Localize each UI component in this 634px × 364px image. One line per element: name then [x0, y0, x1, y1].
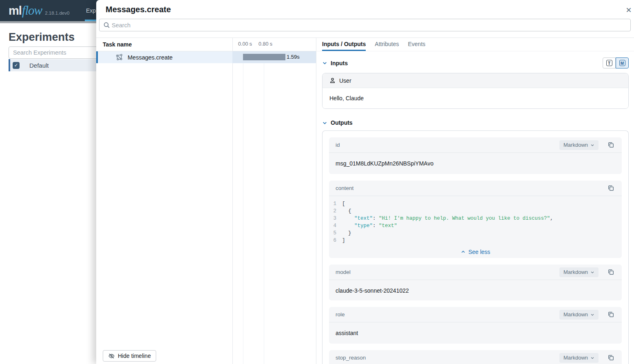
timeline-tick-1: 0.80 s — [258, 41, 272, 47]
tab-events[interactable]: Events — [408, 38, 425, 51]
timeline-tick-0: 0.00 s — [238, 41, 252, 47]
field-header: model Markdown — [329, 265, 622, 280]
renderer-select[interactable]: Markdown — [559, 140, 599, 150]
trace-search-wrap — [96, 19, 634, 38]
chevron-down-icon[interactable] — [322, 60, 327, 66]
text-mode-button[interactable]: T — [603, 57, 616, 68]
detail-scroll-area[interactable]: Inputs T M User Hello, Claude — [316, 51, 634, 364]
experiment-label: Default — [29, 62, 49, 69]
field-value: msg_01M8LdKUZpMn26NBSpiYMAvo — [329, 153, 622, 174]
span-name: Messages.create — [128, 54, 172, 61]
task-name-column-header: Task name — [103, 41, 132, 48]
render-mode-toggle: T M — [603, 57, 629, 68]
timeline-column-divider — [232, 38, 233, 364]
renderer-select[interactable]: Markdown — [559, 353, 599, 363]
field-header: stop_reason Markdown — [329, 350, 622, 364]
renderer-label: Markdown — [563, 311, 588, 318]
output-field-stop-reason: stop_reason Markdown — [329, 350, 622, 364]
outputs-card: id Markdown msg_01M8LdKUZpMn26NBSpiYMAvo… — [322, 130, 629, 364]
field-value: claude-3-5-sonnet-20241022 — [329, 280, 622, 300]
hide-timeline-button[interactable]: Hide timeline — [103, 350, 156, 362]
see-less-label: See less — [468, 249, 490, 255]
chevron-down-icon — [590, 143, 594, 147]
trace-drawer: Messages.create ✕ Task name 0.00 s 0.80 … — [96, 0, 634, 364]
copy-icon[interactable] — [605, 141, 617, 148]
tab-inputs-outputs[interactable]: Inputs / Outputs — [322, 38, 366, 51]
trace-title: Messages.create — [106, 5, 171, 14]
outputs-section-label: Outputs — [331, 119, 353, 126]
timeline-gridline — [243, 51, 243, 364]
see-less-link[interactable]: See less — [329, 246, 622, 258]
field-name: role — [336, 311, 345, 318]
text-mode-icon: T — [606, 60, 612, 66]
trace-search-input[interactable] — [99, 19, 631, 31]
nav-tab-experiments[interactable]: Exp — [86, 0, 96, 21]
renderer-select[interactable]: Markdown — [559, 310, 599, 320]
app-root: mlflow 2.18.1.dev0 Exp Experiments ✓ Def… — [0, 0, 634, 364]
input-message-card: User Hello, Claude — [322, 73, 629, 109]
span-row-messages-create[interactable]: Messages.create 1.59s — [96, 51, 316, 63]
close-icon[interactable]: ✕ — [624, 6, 633, 15]
copy-icon[interactable] — [605, 185, 617, 192]
version-label: 2.18.1.dev0 — [45, 11, 69, 15]
field-name: id — [336, 142, 340, 148]
output-field-role: role Markdown assistant — [329, 307, 622, 344]
input-message-header: User — [323, 73, 628, 88]
chevron-down-icon[interactable] — [322, 120, 327, 126]
field-header: content — [329, 181, 622, 196]
chevron-down-icon — [590, 313, 594, 317]
input-message-role: User — [339, 77, 351, 84]
copy-icon[interactable] — [605, 311, 617, 318]
experiments-page: Experiments ✓ Default — [0, 21, 96, 364]
tree-header-row: Task name 0.00 s 0.80 s — [96, 38, 316, 51]
inputs-section-label: Inputs — [331, 60, 348, 66]
span-tree-panel: Task name 0.00 s 0.80 s Messages.create — [96, 38, 316, 364]
timeline-gridline — [264, 51, 264, 364]
renderer-label: Markdown — [563, 269, 588, 275]
trace-span-icon — [116, 54, 123, 61]
chevron-down-icon — [590, 270, 594, 274]
user-icon — [329, 77, 336, 84]
field-name: content — [336, 185, 353, 191]
outputs-section-header: Outputs — [322, 119, 629, 126]
renderer-label: Markdown — [563, 142, 588, 148]
mlflow-logo[interactable]: mlflow 2.18.1.dev0 — [9, 3, 69, 18]
chevron-down-icon — [590, 356, 594, 360]
input-message-text: Hello, Claude — [323, 88, 628, 108]
field-header: id Markdown — [329, 137, 622, 153]
field-name: stop_reason — [336, 355, 366, 361]
span-duration: 1.59s — [287, 54, 300, 60]
copy-icon[interactable] — [605, 269, 617, 276]
drawer-header: Messages.create ✕ — [96, 0, 634, 19]
chevron-up-icon — [461, 249, 466, 254]
timeline-bar[interactable] — [243, 54, 285, 60]
copy-icon[interactable] — [605, 354, 617, 361]
renderer-label: Markdown — [563, 355, 588, 361]
search-icon — [103, 22, 110, 30]
output-field-content: content 1[2 {3 "text": "Hi! I'm happy to… — [329, 181, 622, 258]
output-field-model: model Markdown claude-3-5-sonnet-2024102… — [329, 265, 622, 300]
output-field-id: id Markdown msg_01M8LdKUZpMn26NBSpiYMAvo — [329, 137, 622, 174]
json-code-block[interactable]: 1[2 {3 "text": "Hi! I'm happy to help. W… — [329, 196, 622, 246]
span-row-task-cell[interactable]: Messages.create — [96, 51, 232, 63]
experiment-checkbox[interactable]: ✓ — [13, 62, 20, 69]
page-title: Experiments — [9, 31, 75, 44]
span-detail-panel: Inputs / Outputs Attributes Events Input… — [316, 38, 634, 364]
field-header: role Markdown — [329, 307, 622, 322]
span-row-timeline-cell[interactable]: 1.59s — [232, 51, 316, 63]
renderer-select[interactable]: Markdown — [559, 267, 599, 277]
field-value: assistant — [329, 322, 622, 344]
detail-tabs: Inputs / Outputs Attributes Events — [316, 38, 634, 51]
inputs-section-header: Inputs T M — [322, 57, 629, 68]
markdown-mode-button[interactable]: M — [616, 57, 629, 68]
hide-timeline-label: Hide timeline — [118, 353, 151, 359]
eye-off-icon — [108, 353, 115, 360]
logo-ml-text: ml — [9, 4, 22, 18]
field-name: model — [336, 269, 351, 275]
logo-flow-text: flow — [22, 3, 42, 18]
page-divider — [0, 21, 96, 23]
tab-attributes[interactable]: Attributes — [375, 38, 399, 51]
markdown-mode-icon: M — [619, 60, 625, 66]
drawer-body: Task name 0.00 s 0.80 s Messages.create — [96, 38, 634, 364]
